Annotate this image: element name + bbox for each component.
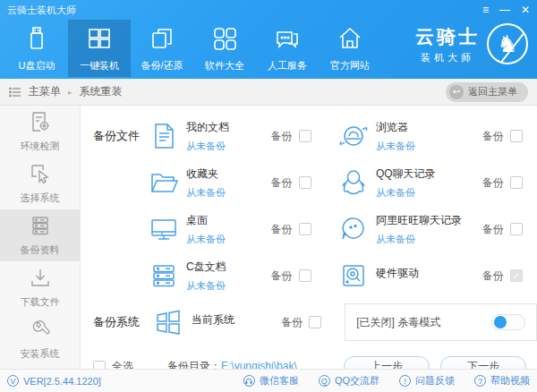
sidebar-label: 下载文件 (21, 295, 60, 309)
copy-icon (149, 25, 175, 55)
item-name: QQ聊天记录 (376, 166, 482, 182)
backup-row: C盘文档 从未备份 备份 硬件驱动 备份 (81, 252, 537, 299)
backup-checkbox-qq-history[interactable] (510, 176, 523, 189)
cursor-select-icon (29, 162, 52, 188)
sidebar-item-select-system[interactable]: 选择系统 (0, 158, 80, 209)
breadcrumb-root[interactable]: 主菜单 (29, 84, 61, 99)
backup-checkbox-current-system[interactable] (309, 316, 321, 328)
backup-checkbox-my-documents[interactable] (299, 130, 311, 142)
qq-group-link[interactable]: Q QQ交流群 (319, 374, 379, 388)
menu-icon[interactable]: ≡ (482, 0, 489, 20)
backup-panel: 备份文件 我的文档 从未备份 备份 浏览器 从未备份 备份 收藏夹 从未备份 备… (81, 106, 537, 369)
qq-icon: Q (319, 375, 330, 387)
home-icon (337, 25, 363, 55)
menu-list-icon (9, 87, 21, 98)
chat-bubbles-icon (274, 25, 301, 55)
item-status-link[interactable]: 从未备份 (186, 186, 271, 200)
back-button-label: 返回主菜单 (468, 85, 517, 98)
back-to-main-menu-button[interactable]: ↩ 返回主菜单 (446, 82, 528, 102)
backup-label: 备份 (271, 268, 293, 284)
nav-label: U盘启动 (19, 59, 55, 72)
item-name: 桌面 (186, 213, 271, 228)
sidebar-item-download-files[interactable]: 下载文件 (0, 261, 80, 313)
item-status-link[interactable]: 从未备份 (186, 140, 271, 153)
close-icon[interactable]: ✕ (521, 0, 530, 20)
sidebar-item-install-system[interactable]: 安装系统 (0, 313, 80, 365)
sidebar-label: 选择系统 (21, 192, 60, 205)
hard-drive-icon (331, 260, 376, 291)
browser-icon (331, 121, 376, 151)
nav-one-key-install[interactable]: 一键装机 (68, 20, 131, 77)
footer-link-label: QQ交流群 (335, 374, 379, 388)
section-label-backup-system: 备份系统 (81, 314, 144, 330)
item-status-link[interactable]: 从未备份 (376, 186, 482, 200)
item-name: 我的文档 (186, 120, 271, 135)
item-status-link[interactable]: 从未备份 (186, 279, 271, 293)
aliwangwang-icon (331, 214, 376, 244)
minimize-icon[interactable]: — (499, 0, 510, 20)
backup-row: 桌面 从未备份 备份 阿里旺旺聊天记录 从未备份 备份 (81, 206, 537, 252)
item-name: 浏览器 (376, 120, 482, 135)
nav-official-site[interactable]: 官方网站 (319, 20, 381, 77)
backup-label: 备份 (271, 175, 293, 191)
c-drive-icon (141, 260, 186, 291)
backup-label: 备份 (482, 268, 504, 284)
backup-checkbox-favorites[interactable] (299, 176, 311, 189)
backup-label: 备份 (482, 222, 504, 237)
antivirus-mode-box: [已关闭] 杀毒模式 (345, 303, 537, 341)
backup-label: 备份 (271, 222, 293, 237)
wechat-support-link[interactable]: 微信客服 (243, 374, 299, 388)
nav-label: 人工服务 (268, 59, 307, 72)
antivirus-mode-toggle[interactable] (491, 314, 525, 330)
nav-usb-boot[interactable]: U盘启动 (5, 20, 68, 77)
nav-software-collection[interactable]: 软件大全 (193, 20, 256, 77)
feedback-link[interactable]: ! 问题反馈 (399, 374, 455, 388)
logo-line2: 装机大师 (415, 51, 480, 64)
server-stack-icon (29, 214, 52, 240)
nav-label: 一键装机 (80, 59, 119, 72)
status-footer: V VER[2.5.44.1220] 微信客服 Q QQ交流群 ! 问题反馈 ?… (0, 369, 537, 392)
breadcrumb: 主菜单 ▸ 系统重装 ↩ 返回主菜单 (0, 79, 537, 106)
sidebar-item-backup-data[interactable]: 备份资料 (0, 209, 80, 261)
backup-checkbox-c-drive[interactable] (299, 269, 311, 282)
app-header: 云骑士装机大师 ≡ — ✕ U盘启动 一键装机 备份/还原 软件大全 人工服务 (0, 0, 537, 79)
current-system-windows-icon (144, 307, 192, 337)
download-icon (29, 266, 52, 292)
item-name: 阿里旺旺聊天记录 (376, 213, 482, 228)
help-video-link[interactable]: ? 帮助视频 (474, 374, 530, 388)
feedback-icon: ! (399, 375, 411, 387)
version-text: VER[2.5.44.1220] (23, 376, 101, 387)
item-name: 收藏夹 (186, 166, 271, 182)
doc-gear-icon (29, 110, 52, 136)
nav-human-service[interactable]: 人工服务 (256, 20, 319, 77)
sidebar-item-environment-check[interactable]: 环境检测 (0, 106, 80, 158)
footer-link-label: 微信客服 (260, 374, 299, 388)
backup-label: 备份 (271, 129, 293, 144)
my-documents-icon (141, 121, 186, 151)
toggle-knob (494, 316, 507, 328)
sidebar-label: 安装系统 (21, 347, 60, 361)
sidebar-label: 环境检测 (21, 140, 60, 153)
knight-emblem-icon: ♞ (487, 23, 528, 64)
backup-row: 备份文件 我的文档 从未备份 备份 浏览器 从未备份 备份 (81, 113, 537, 159)
item-status-link[interactable]: 从未备份 (376, 140, 482, 153)
version-icon: V (7, 375, 19, 387)
help-icon: ? (474, 375, 486, 387)
item-status-link[interactable]: 从未备份 (376, 233, 482, 246)
desktop-monitor-icon (141, 214, 186, 244)
backup-checkbox-desktop[interactable] (299, 223, 311, 235)
backup-label: 备份 (281, 315, 303, 330)
nav-backup-restore[interactable]: 备份/还原 (131, 20, 193, 77)
headset-icon (243, 375, 255, 387)
backup-checkbox-browser[interactable] (510, 130, 523, 142)
backup-checkbox-hardware-driver[interactable] (510, 269, 523, 282)
backup-checkbox-aliwangwang[interactable] (510, 223, 523, 235)
item-name: 硬件驱动 (376, 266, 482, 281)
app-title: 云骑士装机大师 (7, 4, 482, 17)
apps-grid-icon (211, 25, 238, 55)
backup-row: 收藏夹 从未备份 备份 QQ聊天记录 从未备份 备份 (81, 159, 537, 206)
section-label-backup-files: 备份文件 (81, 128, 141, 144)
item-status-link[interactable]: 从未备份 (186, 233, 271, 246)
nav-label: 软件大全 (205, 59, 244, 72)
qq-penguin-icon (331, 167, 376, 198)
